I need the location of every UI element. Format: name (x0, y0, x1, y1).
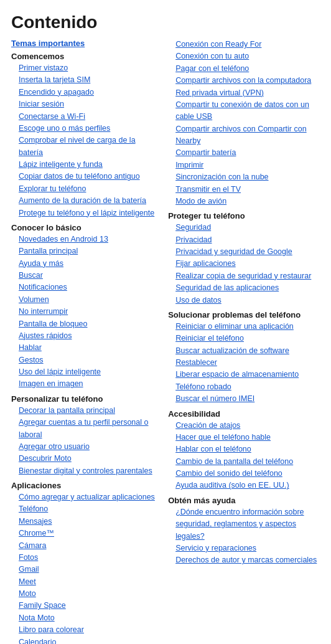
toc-item[interactable]: Privacidad y seguridad de Google (168, 246, 320, 258)
toc-item[interactable]: Liberar espacio de almacenamiento (168, 369, 320, 381)
toc-item[interactable]: Encendido y apagado (11, 87, 159, 98)
right-column: Conexión con Ready ForConexión con tu au… (166, 39, 320, 644)
left-column: Temas importantesComencemosPrimer vistaz… (11, 39, 166, 644)
toc-item[interactable]: Ayuda auditiva (solo en EE. UU.) (168, 480, 320, 491)
toc-item[interactable]: Mensajes (11, 516, 159, 528)
toc-item[interactable]: Creación de atajos (168, 420, 320, 432)
toc-item[interactable]: Conectarse a Wi-Fi (11, 111, 159, 123)
toc-item[interactable]: Conexión con tu auto (168, 50, 320, 62)
toc-item[interactable]: Cambio de la pantalla del teléfono (168, 456, 320, 468)
toc-item[interactable]: Aumento de la duración de la batería (11, 195, 159, 207)
toc-item[interactable]: Fotos (11, 552, 159, 564)
toc-item[interactable]: Compartir batería (168, 147, 320, 159)
toc-item[interactable]: Derechos de autor y marcas comerciales (168, 554, 320, 566)
toc-item[interactable]: Cambio del sonido del teléfono (168, 468, 320, 480)
toc-item[interactable]: Cómo agregar y actualizar aplicaciones (11, 491, 159, 503)
section-header-3: Accesibilidad (168, 409, 320, 419)
toc-item[interactable]: Volumen (11, 294, 159, 306)
toc-item[interactable]: Descubrir Moto (11, 453, 159, 465)
toc-item[interactable]: Compartir archivos con la computadora (168, 75, 320, 87)
toc-item[interactable]: ¿Dónde encuentro información sobre segur… (168, 506, 320, 542)
toc-item[interactable]: Modo de avión (168, 196, 320, 207)
toc-item[interactable]: Meet (11, 576, 159, 588)
toc-item[interactable]: Fijar aplicaciones (168, 258, 320, 270)
toc-item[interactable]: Restablecer (168, 357, 320, 369)
toc-item[interactable]: Bienestar digital y controles parentales (11, 465, 159, 477)
toc-item[interactable]: Agregar cuentas a tu perfil personal o l… (11, 417, 159, 441)
toc-item[interactable]: Libro para colorear (11, 624, 159, 636)
toc-item[interactable]: Privacidad (168, 234, 320, 246)
toc-item[interactable]: No interrumpir (11, 306, 159, 318)
toc-item[interactable]: Hacer que el teléfono hable (168, 432, 320, 443)
toc-item[interactable]: Teléfono robado (168, 381, 320, 393)
toc-item[interactable]: Escoge uno o más perfiles (11, 123, 159, 135)
toc-container: Temas importantesComencemosPrimer vistaz… (11, 39, 320, 644)
toc-item[interactable]: Ajustes rápidos (11, 330, 159, 342)
toc-item[interactable]: Seguridad de las aplicaciones (168, 282, 320, 294)
toc-item[interactable]: Explorar tu teléfono (11, 183, 159, 195)
toc-item[interactable]: Uso de datos (168, 295, 320, 306)
toc-item[interactable]: Conexión con Ready For (168, 39, 320, 50)
toc-item[interactable]: Imagen en imagen (11, 378, 159, 390)
section-header-2: Conocer lo básico (11, 223, 159, 232)
toc-item[interactable]: Inserta la tarjeta SIM (11, 74, 159, 86)
toc-item[interactable]: Transmitir en el TV (168, 184, 320, 196)
toc-item[interactable]: Compartir archivos con Compartir con Nea… (168, 123, 320, 148)
toc-item[interactable]: Calendario (11, 637, 159, 645)
toc-item[interactable]: Copiar datos de tu teléfono antiguo (11, 171, 159, 182)
section-header-4: Obtén más ayuda (168, 496, 320, 505)
toc-item[interactable]: Teléfono (11, 503, 159, 515)
toc-item[interactable]: Primer vistazo (11, 62, 159, 74)
toc-item[interactable]: Cámara (11, 540, 159, 552)
toc-item[interactable]: Chrome™ (11, 528, 159, 539)
toc-item[interactable]: Comprobar el nivel de carga de la baterí… (11, 135, 159, 159)
toc-item[interactable]: Imprimir (168, 159, 320, 171)
toc-item[interactable]: Lápiz inteligente y funda (11, 159, 159, 171)
toc-item[interactable]: Ayuda y más (11, 258, 159, 270)
toc-item[interactable]: Gmail (11, 564, 159, 575)
toc-item[interactable]: Uso del lápiz inteligente (11, 366, 159, 378)
toc-item[interactable]: Buscar el número IMEI (168, 393, 320, 405)
toc-item[interactable]: Decorar la pantalla principal (11, 405, 159, 417)
toc-item[interactable]: Protege tu teléfono y el lápiz inteligen… (11, 207, 159, 219)
toc-item[interactable]: Pantalla principal (11, 245, 159, 257)
toc-item[interactable]: Agregar otro usuario (11, 441, 159, 453)
toc-item[interactable]: Gestos (11, 354, 159, 366)
toc-item[interactable]: Novedades en Android 13 (11, 234, 159, 245)
toc-item[interactable]: Red privada virtual (VPN) (168, 87, 320, 99)
toc-item[interactable]: Buscar (11, 270, 159, 282)
toc-item[interactable]: Pantalla de bloqueo (11, 318, 159, 330)
section-header-2: Solucionar problemas del teléfono (168, 310, 320, 320)
section-header-1: Proteger tu teléfono (168, 211, 320, 220)
toc-item[interactable]: Pagar con el teléfono (168, 63, 320, 75)
toc-item[interactable]: Hablar con el teléfono (168, 443, 320, 455)
toc-item[interactable]: Servicio y reparaciones (168, 542, 320, 554)
section-header-4: Aplicaciones (11, 481, 159, 490)
toc-item[interactable]: Compartir tu conexión de datos con un ca… (168, 99, 320, 123)
toc-item[interactable]: Realizar copia de seguridad y restaurar (168, 270, 320, 282)
toc-item[interactable]: Nota Moto (11, 612, 159, 624)
section-header-1: Comencemos (11, 52, 159, 61)
toc-item[interactable]: Reiniciar o eliminar una aplicación (168, 321, 320, 333)
toc-item[interactable]: Reiniciar el teléfono (168, 333, 320, 344)
section-header-3: Personalizar tu teléfono (11, 394, 159, 404)
toc-item[interactable]: Seguridad (168, 222, 320, 234)
toc-item[interactable]: Moto (11, 588, 159, 600)
section-header-link-0[interactable]: Temas importantes (11, 39, 159, 48)
page-title: Contenido (11, 12, 320, 32)
toc-item[interactable]: Notificaciones (11, 282, 159, 293)
toc-item[interactable]: Iniciar sesión (11, 98, 159, 110)
toc-item[interactable]: Family Space (11, 600, 159, 612)
toc-item[interactable]: Hablar (11, 342, 159, 354)
toc-item[interactable]: Sincronización con la nube (168, 171, 320, 183)
toc-item[interactable]: Buscar actualización de software (168, 345, 320, 357)
